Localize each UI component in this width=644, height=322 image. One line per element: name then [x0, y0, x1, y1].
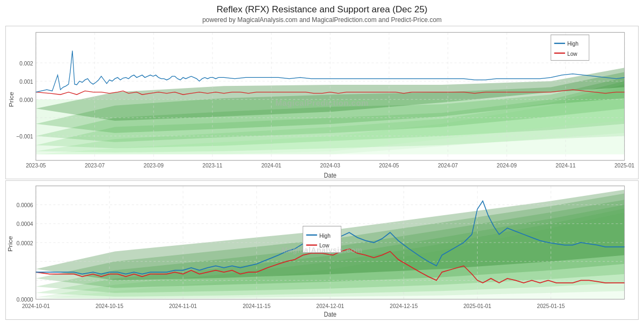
charts-wrapper: 0.002 0.001 0.000 −0.001 Price 2023-05 2… [5, 26, 639, 320]
svg-text:2024-11-01: 2024-11-01 [169, 302, 197, 309]
svg-text:2024-10-01: 2024-10-01 [22, 302, 50, 309]
svg-text:−0.001: −0.001 [16, 133, 33, 140]
svg-text:2024-11-15: 2024-11-15 [243, 302, 270, 309]
svg-text:0.0006: 0.0006 [17, 201, 33, 208]
svg-text:2024-12-15: 2024-12-15 [390, 302, 418, 309]
svg-text:2024-03: 2024-03 [320, 162, 340, 169]
top-chart: 0.002 0.001 0.000 −0.001 Price 2023-05 2… [5, 26, 639, 179]
svg-text:2023-07: 2023-07 [85, 162, 105, 169]
page-container: Reflex (RFX) Resistance and Support area… [0, 0, 644, 322]
svg-text:2025-01-15: 2025-01-15 [537, 302, 565, 309]
svg-text:2024-01: 2024-01 [261, 162, 281, 169]
svg-text:0.0004: 0.0004 [17, 221, 33, 228]
svg-text:2025-01-01: 2025-01-01 [463, 302, 491, 309]
svg-text:High: High [567, 40, 579, 47]
svg-text:2023-11: 2023-11 [202, 162, 222, 169]
svg-text:Date: Date [324, 171, 336, 179]
bottom-chart: 0.0006 0.0004 0.0002 0.0000 Price 2024-1… [5, 180, 639, 320]
svg-text:2024-12-01: 2024-12-01 [316, 302, 344, 309]
svg-text:2023-09: 2023-09 [144, 162, 164, 169]
svg-text:0.0002: 0.0002 [17, 239, 33, 246]
svg-text:0.002: 0.002 [19, 60, 33, 67]
svg-text:2024-07: 2024-07 [438, 162, 458, 169]
svg-text:2024-05: 2024-05 [379, 162, 399, 169]
svg-text:Price: Price [8, 92, 15, 107]
svg-text:Date: Date [324, 311, 336, 319]
svg-text:Price: Price [7, 236, 14, 252]
main-title: Reflex (RFX) Resistance and Support area… [216, 4, 427, 15]
svg-text:2025-01: 2025-01 [614, 162, 634, 169]
svg-text:2024-10-15: 2024-10-15 [96, 302, 123, 309]
svg-text:High: High [319, 232, 331, 239]
svg-text:2023-05: 2023-05 [26, 162, 46, 169]
subtitle: powered by MagicalAnalysis.com and Magic… [202, 16, 442, 24]
svg-text:0.001: 0.001 [19, 78, 33, 85]
svg-text:2024-09: 2024-09 [497, 162, 517, 169]
svg-text:2024-11: 2024-11 [555, 162, 575, 169]
svg-text:Low: Low [567, 50, 577, 57]
svg-text:Low: Low [319, 242, 330, 249]
svg-text:0.000: 0.000 [19, 96, 33, 103]
